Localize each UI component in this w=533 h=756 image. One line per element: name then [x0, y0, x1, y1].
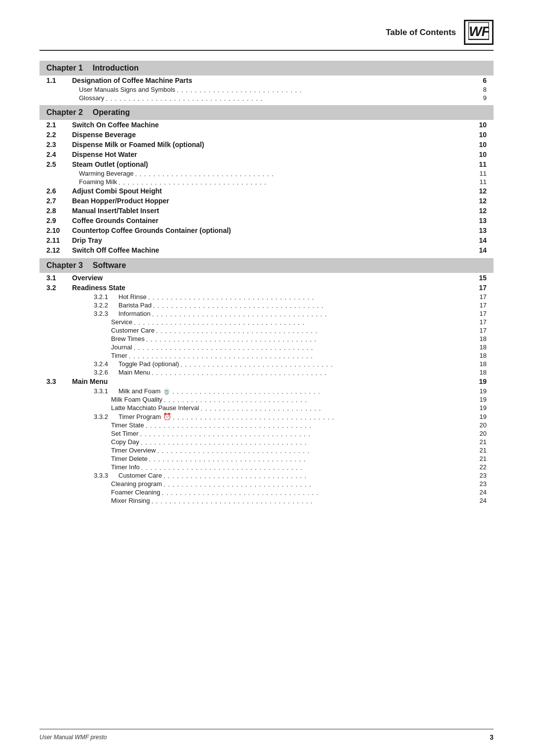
toc-num-3-2: 3.2 [46, 284, 72, 292]
dot-filler-3-3-2: . . . . . . . . . . . . . . . . . . . . … [171, 414, 473, 421]
dot-page-foaming-milk: 11 [473, 178, 487, 186]
chapter3-label: Chapter 3 [46, 261, 83, 270]
toc-row-2-5: 2.5 Steam Outlet (optional) 11 [39, 159, 494, 169]
dot-page-3-3-1: 19 [473, 387, 487, 395]
dot-label-3-2-6: 3.2.6 [94, 369, 118, 376]
toc-page-2-9: 13 [472, 217, 487, 225]
dot-filler-3-2-1: . . . . . . . . . . . . . . . . . . . . … [147, 294, 473, 301]
dot-label-3-3-2-num: 3.3.2 [94, 413, 118, 420]
dot-filler-journal: . . . . . . . . . . . . . . . . . . . . … [132, 344, 473, 351]
dot-row-cleaning-program: Cleaning program . . . . . . . . . . . .… [39, 480, 494, 488]
toc-text-2-7: Bean Hopper/Product Hopper [72, 197, 472, 205]
chapter2-header: Chapter 2 Operating [39, 105, 494, 120]
dot-filler-glossary: . . . . . . . . . . . . . . . . . . . . … [104, 95, 473, 102]
dot-filler-brew-times: . . . . . . . . . . . . . . . . . . . . … [145, 336, 473, 343]
chapter3-header: Chapter 3 Software [39, 258, 494, 273]
dot-page-3-2-3: 17 [473, 310, 487, 317]
toc-num-2-2: 2.2 [46, 131, 72, 139]
dot-page-service: 17 [473, 318, 487, 326]
toc-page-2-5: 11 [472, 160, 487, 168]
toc-row-2-9: 2.9 Coffee Grounds Container 13 [39, 216, 494, 226]
dot-page-user-manuals: 8 [473, 86, 487, 93]
dot-row-3-2-3: 3.2.3 Information . . . . . . . . . . . … [39, 309, 494, 318]
dot-page-latte-macchiato: 19 [473, 404, 487, 412]
dot-page-set-timer: 20 [473, 430, 487, 437]
dot-filler-latte-macchiato: . . . . . . . . . . . . . . . . . . . . … [199, 405, 473, 412]
timer-program-icon: ⏰ [163, 413, 171, 420]
toc-num-1-1: 1.1 [46, 76, 72, 84]
dot-page-timer-delete: 21 [473, 455, 487, 462]
dot-page-3-2-1: 17 [473, 293, 487, 301]
dot-filler-3-2-4: . . . . . . . . . . . . . . . . . . . . … [179, 361, 473, 368]
page: Table of Contents WF Chapter 1 Introduct… [0, 0, 533, 756]
toc-page-3-2: 17 [472, 284, 487, 292]
chapter1-title: Introduction [93, 64, 139, 73]
dot-row-timer-delete: Timer Delete . . . . . . . . . . . . . .… [39, 454, 494, 463]
dot-row-customer-care: Customer Care . . . . . . . . . . . . . … [39, 326, 494, 335]
toc-row-3-2: 3.2 Readiness State 17 [39, 283, 494, 293]
dot-label-timer-state: Timer State [111, 421, 144, 429]
dot-label-3-2-4: 3.2.4 [94, 360, 118, 368]
dot-row-timer-overview: Timer Overview . . . . . . . . . . . . .… [39, 446, 494, 454]
milk-foam-icon: 🍵 [162, 387, 171, 395]
toc-text-3-3: Main Menu [72, 378, 472, 385]
dot-page-timer-info: 22 [473, 463, 487, 471]
chapter1-header: Chapter 1 Introduction [39, 61, 494, 76]
toc-page-1-1: 6 [472, 76, 487, 84]
dot-filler-3-2-3: . . . . . . . . . . . . . . . . . . . . … [151, 310, 473, 318]
dot-label-copy-day: Copy Day [111, 438, 139, 446]
toc-num-2-10: 2.10 [46, 227, 72, 234]
dot-row-3-2-6: 3.2.6 Main Menu . . . . . . . . . . . . … [39, 368, 494, 377]
svg-text:WF: WF [469, 24, 489, 39]
dot-row-service: Service . . . . . . . . . . . . . . . . … [39, 318, 494, 326]
dot-label-3-3-3-text: Customer Care [118, 472, 162, 479]
dot-label-3-3-1-num: 3.3.1 [94, 387, 118, 395]
dot-text-3-2-2: Barista Pad [118, 302, 152, 309]
footer-page-number: 3 [490, 733, 494, 741]
dot-filler-timer-delete: . . . . . . . . . . . . . . . . . . . . … [148, 455, 473, 463]
dot-label-user-manuals: User Manuals Signs and Symbols [79, 86, 175, 93]
dot-label-timer-overview: Timer Overview [111, 447, 156, 454]
toc-row-3-1: 3.1 Overview 15 [39, 273, 494, 283]
footer-manual-text: User Manual WMF presto [39, 734, 107, 741]
toc-row-2-1: 2.1 Switch On Coffee Machine 10 [39, 120, 494, 130]
dot-page-warming-bev: 11 [473, 170, 487, 177]
dot-filler-warming-bev: . . . . . . . . . . . . . . . . . . . . … [134, 170, 473, 178]
dot-label-3-3-3-num: 3.3.3 [94, 472, 118, 479]
dot-label-3-3-1-text: Milk and Foam [118, 387, 160, 395]
toc-page-3-3: 19 [472, 378, 487, 385]
header-divider [39, 50, 494, 51]
toc-text-2-4: Dispense Hot Water [72, 151, 472, 158]
toc-num-2-8: 2.8 [46, 207, 72, 215]
dot-filler-set-timer: . . . . . . . . . . . . . . . . . . . . … [139, 430, 473, 438]
toc-row-2-12: 2.12 Switch Off Coffee Machine 14 [39, 245, 494, 255]
dot-label-milk-foam-quality: Milk Foam Quality [111, 396, 162, 403]
dot-row-timer-info: Timer Info . . . . . . . . . . . . . . .… [39, 463, 494, 471]
toc-num-2-6: 2.6 [46, 187, 72, 195]
dot-row-brew-times: Brew Times . . . . . . . . . . . . . . .… [39, 335, 494, 343]
dot-label-brew-times: Brew Times [111, 335, 145, 342]
toc-page-2-11: 14 [472, 236, 487, 244]
dot-row-user-manuals: User Manuals Signs and Symbols . . . . .… [39, 85, 494, 94]
header: Table of Contents WF [39, 20, 494, 45]
dot-page-timer: 18 [473, 352, 487, 359]
dot-label-customer-care: Customer Care [111, 327, 154, 334]
dot-text-3-2-3: Information [118, 310, 151, 317]
toc-row-2-7: 2.7 Bean Hopper/Product Hopper 12 [39, 196, 494, 206]
dot-row-3-3-3: 3.3.3 Customer Care . . . . . . . . . . … [39, 471, 494, 480]
dot-filler-timer-state: . . . . . . . . . . . . . . . . . . . . … [144, 422, 473, 429]
dot-filler-3-2-6: . . . . . . . . . . . . . . . . . . . . … [150, 369, 473, 377]
dot-label-latte-macchiato: Latte Macchiato Pause Interval [111, 404, 199, 412]
toc-text-3-1: Overview [72, 274, 472, 282]
dot-filler-3-3-1: . . . . . . . . . . . . . . . . . . . . … [171, 388, 473, 395]
toc-page-2-6: 12 [472, 187, 487, 195]
toc-row-2-11: 2.11 Drip Tray 14 [39, 235, 494, 245]
dot-row-3-3-2: 3.3.2 Timer Program ⏰ . . . . . . . . . … [39, 412, 494, 421]
dot-page-foamer-cleaning: 24 [473, 489, 487, 496]
toc-text-2-2: Dispense Beverage [72, 131, 472, 139]
dot-filler-3-2-2: . . . . . . . . . . . . . . . . . . . . … [152, 302, 473, 309]
dot-row-journal: Journal . . . . . . . . . . . . . . . . … [39, 343, 494, 351]
toc-row-1-1: 1.1 Designation of Coffee Machine Parts … [39, 76, 494, 85]
dot-label-warming-bev: Warming Beverage [79, 170, 134, 177]
dot-label-glossary: Glossary [79, 94, 104, 102]
